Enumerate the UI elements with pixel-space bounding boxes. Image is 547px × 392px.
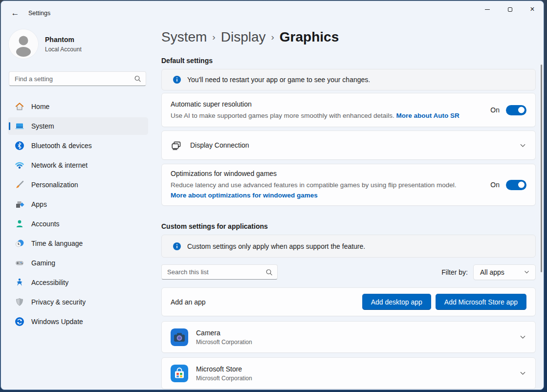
accessibility-icon — [15, 278, 24, 287]
display-connection-expander[interactable]: Display Connection — [161, 131, 536, 160]
avatar — [9, 29, 38, 59]
custom-settings-info-banner: Custom settings only apply when apps sup… — [161, 235, 536, 258]
custom-settings-info-text: Custom settings only apply when apps sup… — [187, 242, 365, 250]
filter-by-label: Filter by: — [441, 268, 468, 276]
windowed-games-card: Optimizations for windowed games Reduce … — [161, 164, 536, 206]
window-controls: × — [476, 1, 544, 18]
search-icon — [265, 268, 273, 276]
app-name: Camera — [196, 329, 252, 337]
sidebar-item-label: Network & internet — [31, 161, 88, 169]
back-arrow-icon: ← — [11, 8, 20, 18]
breadcrumb-display[interactable]: Display — [221, 29, 266, 44]
sidebar-item-label: Apps — [31, 200, 47, 208]
main-content: System›Display›Graphics Default settings… — [161, 24, 536, 390]
maximize-button[interactable] — [499, 1, 521, 18]
search-this-list-input[interactable] — [161, 264, 278, 280]
add-desktop-app-button[interactable]: Add desktop app — [362, 294, 431, 310]
find-a-setting-input[interactable] — [9, 71, 146, 86]
filter-dropdown[interactable]: All apps — [473, 264, 536, 280]
minimize-icon — [485, 9, 490, 10]
camera-app-icon — [171, 328, 188, 346]
app-row-camera[interactable]: Camera Microsoft Corporation — [161, 321, 536, 353]
breadcrumb-separator: › — [271, 32, 274, 42]
breadcrumb: System›Display›Graphics — [161, 29, 536, 45]
sidebar-item-label: System — [31, 122, 54, 130]
bluetooth-icon — [15, 141, 24, 151]
auto-sr-toggle-state: On — [490, 106, 500, 114]
sidebar-nav: Home System Bluetooth & devices Network … — [1, 98, 155, 332]
more-about-auto-sr-link[interactable]: More about Auto SR — [396, 112, 459, 119]
auto-super-resolution-card: Automatic super resolution Use AI to mak… — [161, 93, 536, 127]
close-icon: × — [530, 5, 534, 13]
chevron-down-icon — [519, 370, 526, 377]
privacy-security-icon — [15, 297, 24, 307]
sidebar-item-label: Gaming — [31, 259, 55, 267]
user-profile[interactable]: Phantom Local Account — [9, 29, 82, 59]
sidebar-item-label: Windows Update — [31, 318, 83, 326]
section-custom-settings-title: Custom settings for applications — [161, 222, 536, 230]
sidebar-item-personalization[interactable]: Personalization — [8, 176, 148, 194]
minimize-button[interactable] — [476, 1, 499, 18]
sidebar-item-time-language[interactable]: Time & language — [8, 235, 148, 252]
add-microsoft-store-app-button[interactable]: Add Microsoft Store app — [436, 294, 526, 310]
sidebar-item-label: Home — [31, 103, 49, 110]
sidebar-item-windows-update[interactable]: Windows Update — [8, 313, 148, 330]
app-row-microsoft-store[interactable]: Microsoft Store Microsoft Corporation — [161, 357, 536, 389]
auto-sr-description: Use AI to make supported games play more… — [171, 112, 394, 119]
windowed-games-toggle-state: On — [490, 181, 500, 189]
page-title: Graphics — [280, 29, 339, 44]
app-publisher: Microsoft Corporation — [196, 375, 252, 382]
toggle-knob — [518, 182, 525, 188]
add-an-app-label: Add an app — [171, 298, 206, 306]
sidebar-item-label: Time & language — [31, 240, 83, 247]
windowed-games-description: Reduce latency and use advanced features… — [171, 180, 457, 190]
windows-update-icon — [15, 317, 24, 327]
sidebar-item-label: Personalization — [31, 181, 78, 189]
sidebar-item-label: Bluetooth & devices — [31, 142, 92, 150]
auto-sr-toggle[interactable] — [506, 105, 526, 115]
microsoft-store-app-icon — [171, 365, 188, 382]
info-icon — [173, 242, 181, 250]
vertical-scrollbar-thumb[interactable] — [541, 65, 542, 272]
sidebar-item-home[interactable]: Home — [8, 98, 148, 115]
chevron-down-icon — [524, 269, 530, 275]
display-connection-icon — [171, 140, 182, 151]
more-about-windowed-games-link[interactable]: More about optimizations for windowed ga… — [171, 192, 318, 199]
sidebar-item-bluetooth-devices[interactable]: Bluetooth & devices — [8, 137, 148, 154]
sidebar-item-network-internet[interactable]: Network & internet — [8, 156, 148, 174]
sidebar-item-privacy-security[interactable]: Privacy & security — [8, 293, 148, 311]
sidebar-item-apps[interactable]: Apps — [8, 196, 148, 213]
apps-icon — [15, 199, 24, 209]
sidebar-item-label: Accessibility — [31, 279, 68, 286]
sidebar-item-label: Privacy & security — [31, 298, 86, 306]
auto-sr-title: Automatic super resolution — [171, 100, 459, 108]
chevron-down-icon — [519, 333, 526, 341]
restart-info-text: You'll need to restart your app or game … — [187, 76, 370, 84]
toggle-knob — [518, 107, 525, 113]
user-account-type: Local Account — [45, 46, 82, 53]
windowed-games-toggle[interactable] — [506, 180, 526, 190]
sidebar-item-system[interactable]: System — [8, 117, 148, 135]
sidebar: Phantom Local Account Home System Blueto… — [1, 24, 155, 390]
section-default-settings-title: Default settings — [161, 57, 536, 65]
back-button[interactable]: ← — [7, 6, 23, 21]
system-icon — [15, 121, 24, 131]
app-name: Microsoft Store — [196, 365, 252, 373]
titlebar: ← Settings × — [1, 1, 544, 24]
sidebar-item-gaming[interactable]: Gaming — [8, 254, 148, 272]
sidebar-item-accessibility[interactable]: Accessibility — [8, 274, 148, 291]
app-title: Settings — [28, 10, 50, 17]
time-language-icon — [15, 239, 24, 248]
breadcrumb-separator: › — [212, 32, 215, 42]
gaming-icon — [15, 258, 24, 268]
restart-info-banner: You'll need to restart your app or game … — [161, 69, 536, 90]
maximize-icon — [508, 7, 512, 12]
sidebar-item-accounts[interactable]: Accounts — [8, 215, 148, 233]
close-button[interactable]: × — [521, 1, 544, 18]
filter-value: All apps — [480, 268, 504, 276]
personalization-icon — [15, 180, 24, 190]
user-name: Phantom — [45, 36, 82, 44]
app-publisher: Microsoft Corporation — [196, 339, 252, 346]
breadcrumb-system[interactable]: System — [161, 29, 207, 44]
info-icon — [173, 76, 181, 84]
